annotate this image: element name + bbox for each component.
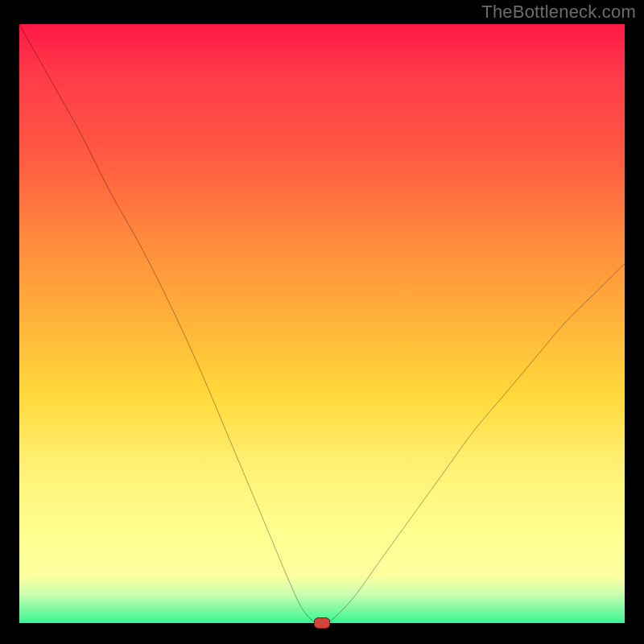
chart-frame: TheBottleneck.com [0, 0, 644, 644]
curve-path [19, 24, 625, 623]
plot-area [19, 24, 625, 623]
bottleneck-curve [19, 24, 625, 623]
optimal-point-marker [314, 617, 330, 629]
watermark-text: TheBottleneck.com [481, 2, 636, 23]
